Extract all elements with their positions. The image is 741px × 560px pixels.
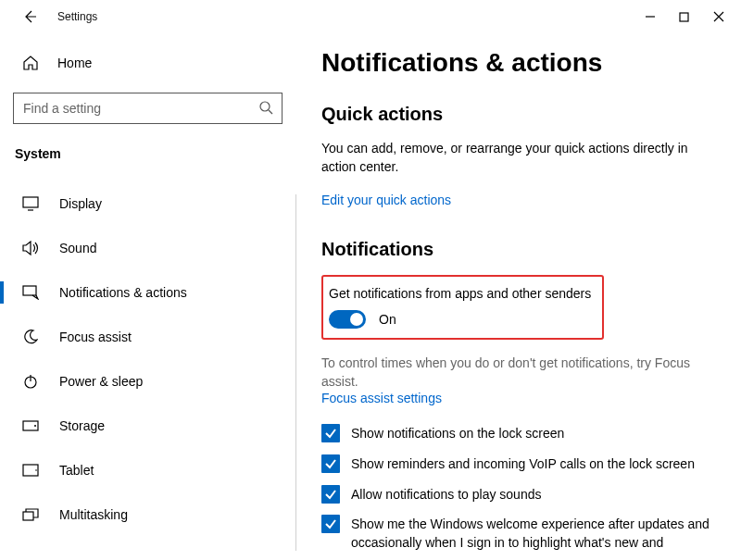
check-lock-screen[interactable]: Show notifications on the lock screen — [321, 424, 719, 443]
checkbox-icon — [321, 424, 340, 442]
sidebar-item-storage[interactable]: Storage — [0, 404, 295, 448]
sidebar-item-multitasking[interactable]: Multitasking — [0, 492, 295, 537]
sidebar-item-label: Power & sleep — [59, 374, 143, 389]
check-play-sounds[interactable]: Allow notifications to play sounds — [321, 485, 719, 504]
edit-quick-actions-link[interactable]: Edit your quick actions — [321, 193, 451, 207]
notification-options: Show notifications on the lock screen Sh… — [321, 424, 719, 552]
svg-rect-4 — [23, 197, 38, 207]
highlight-box: Get notifications from apps and other se… — [321, 275, 604, 340]
home-nav[interactable]: Home — [13, 44, 283, 81]
nav-list: Display Sound Notifications & actions Fo… — [0, 181, 295, 537]
back-button[interactable] — [17, 4, 43, 30]
search-wrap — [13, 93, 283, 124]
sidebar-item-label: Focus assist — [59, 330, 132, 344]
tablet-icon — [22, 464, 39, 477]
checkbox-icon — [321, 485, 340, 504]
arrow-left-icon — [22, 9, 37, 24]
sidebar-item-label: Multitasking — [59, 507, 128, 522]
sidebar-item-focus-assist[interactable]: Focus assist — [0, 315, 295, 359]
sidebar-item-sound[interactable]: Sound — [0, 226, 295, 270]
svg-point-10 — [34, 425, 36, 427]
focus-assist-link[interactable]: Focus assist settings — [321, 391, 442, 405]
quick-actions-desc: You can add, remove, or rearrange your q… — [321, 140, 692, 176]
check-label: Show me the Windows welcome experience a… — [351, 515, 719, 552]
check-welcome-experience[interactable]: Show me the Windows welcome experience a… — [321, 515, 719, 552]
close-icon — [713, 11, 724, 22]
sidebar-item-label: Sound — [59, 241, 96, 255]
check-label: Show reminders and incoming VoIP calls o… — [351, 454, 695, 474]
sidebar-item-label: Storage — [59, 418, 105, 433]
svg-point-12 — [35, 469, 37, 471]
toggle-title: Get notifications from apps and other se… — [329, 286, 591, 301]
window-controls — [644, 11, 741, 23]
moon-icon — [22, 330, 39, 344]
svg-rect-1 — [680, 13, 688, 21]
sidebar-item-label: Display — [59, 196, 102, 211]
maximize-icon — [679, 12, 689, 22]
minimize-icon — [645, 11, 656, 22]
vertical-separator — [295, 194, 296, 551]
home-icon — [22, 55, 39, 71]
quick-actions-heading: Quick actions — [321, 104, 719, 125]
titlebar: Settings — [0, 0, 741, 33]
content-pane: Notifications & actions Quick actions Yo… — [295, 33, 741, 560]
notifications-toggle[interactable] — [329, 310, 366, 329]
sidebar-item-label: Notifications & actions — [59, 285, 187, 300]
multitasking-icon — [22, 508, 39, 521]
notifications-icon — [22, 285, 39, 300]
sidebar-item-notifications[interactable]: Notifications & actions — [0, 270, 295, 315]
search-input[interactable] — [13, 93, 283, 124]
sidebar-item-power[interactable]: Power & sleep — [0, 359, 295, 404]
check-label: Allow notifications to play sounds — [351, 485, 541, 504]
sidebar: Home System Display Sound Notifications … — [0, 33, 295, 560]
toggle-knob — [350, 313, 363, 326]
power-icon — [22, 374, 39, 389]
checkbox-icon — [321, 454, 340, 473]
close-button[interactable] — [712, 11, 724, 23]
svg-rect-6 — [23, 286, 36, 295]
notifications-heading: Notifications — [321, 239, 719, 260]
sound-icon — [22, 241, 39, 255]
svg-rect-13 — [23, 512, 33, 520]
window-title: Settings — [57, 10, 97, 23]
sidebar-item-label: Tablet — [59, 463, 94, 478]
focus-assist-hint: To control times when you do or don't ge… — [321, 355, 710, 391]
sidebar-category: System — [15, 146, 283, 161]
storage-icon — [22, 420, 39, 431]
home-label: Home — [57, 56, 92, 70]
sidebar-item-tablet[interactable]: Tablet — [0, 448, 295, 492]
checkbox-icon — [321, 515, 340, 533]
check-label: Show notifications on the lock screen — [351, 424, 564, 443]
check-reminders-voip[interactable]: Show reminders and incoming VoIP calls o… — [321, 454, 719, 474]
display-icon — [22, 196, 39, 211]
toggle-state: On — [379, 312, 396, 327]
minimize-button[interactable] — [644, 11, 656, 23]
page-title: Notifications & actions — [321, 48, 719, 78]
maximize-button[interactable] — [678, 11, 690, 23]
sidebar-item-display[interactable]: Display — [0, 181, 295, 226]
